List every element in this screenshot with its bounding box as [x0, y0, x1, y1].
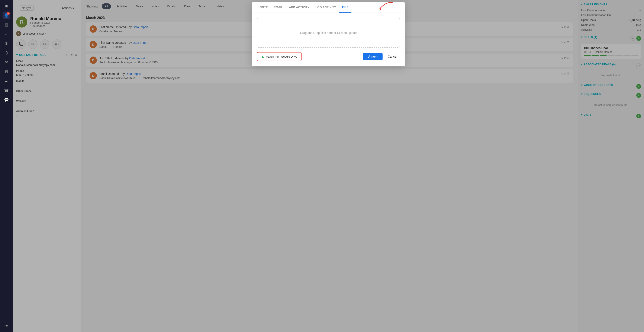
nav-home-icon[interactable]: ⊞	[2, 2, 10, 10]
nav-badge: 0	[7, 12, 10, 15]
modal-tabs: NOTE EMAIL ADD ACTIVITY LOG ACTIVITY FIL…	[252, 2, 405, 13]
modal-body: Drag and Drop files here or Click to upl…	[252, 13, 405, 66]
nav-cube-icon[interactable]: ⬡	[2, 49, 10, 57]
nav-more-icon[interactable]: •••	[2, 322, 10, 330]
nav-inbox-icon[interactable]: ⊡	[2, 68, 10, 76]
tab-file[interactable]: FILE	[339, 2, 352, 13]
tab-add-activity[interactable]: ADD ACTIVITY	[286, 2, 312, 13]
nav-chat-icon[interactable]: 💬	[2, 96, 10, 104]
left-navigation: ⊞ 👤 0 ▦ ✓ $ ⬡ ✉ ⊡ ▰ ☎ 💬 •••	[0, 0, 13, 332]
file-drop-zone[interactable]: Drag and Drop files here or Click to upl…	[257, 18, 400, 48]
tab-log-activity[interactable]: LOG ACTIVITY	[312, 2, 339, 13]
nav-chart-icon[interactable]: ▰	[2, 77, 10, 85]
file-upload-modal: NOTE EMAIL ADD ACTIVITY LOG ACTIVITY FIL…	[252, 2, 405, 66]
attach-button[interactable]: Attach	[363, 53, 383, 60]
nav-grid-icon[interactable]: ▦	[2, 21, 10, 29]
nav-dollar-icon[interactable]: $	[2, 40, 10, 47]
google-drive-button[interactable]: ▲ Attach from Google Drive	[257, 52, 302, 61]
nav-mail-icon[interactable]: ✉	[2, 59, 10, 66]
modal-overlay[interactable]: NOTE EMAIL ADD ACTIVITY LOG ACTIVITY FIL…	[13, 0, 644, 332]
google-drive-icon: ▲	[261, 55, 264, 59]
main-content: No Type Actions ▾ R Ronald Moreno Founde…	[13, 0, 644, 332]
nav-contacts-icon[interactable]: 👤 0	[2, 12, 10, 19]
nav-check-icon[interactable]: ✓	[2, 30, 10, 38]
modal-footer: ▲ Attach from Google Drive Attach Cancel	[257, 52, 400, 61]
red-arrow-annotation	[378, 2, 394, 12]
tab-note[interactable]: NOTE	[257, 2, 271, 13]
cancel-button[interactable]: Cancel	[385, 53, 400, 60]
modal-action-buttons: Attach Cancel	[363, 53, 400, 60]
drop-zone-text: Drag and Drop files here or Click to upl…	[300, 31, 357, 35]
tab-email[interactable]: EMAIL	[271, 2, 286, 13]
nav-phone-icon[interactable]: ☎	[2, 87, 10, 94]
